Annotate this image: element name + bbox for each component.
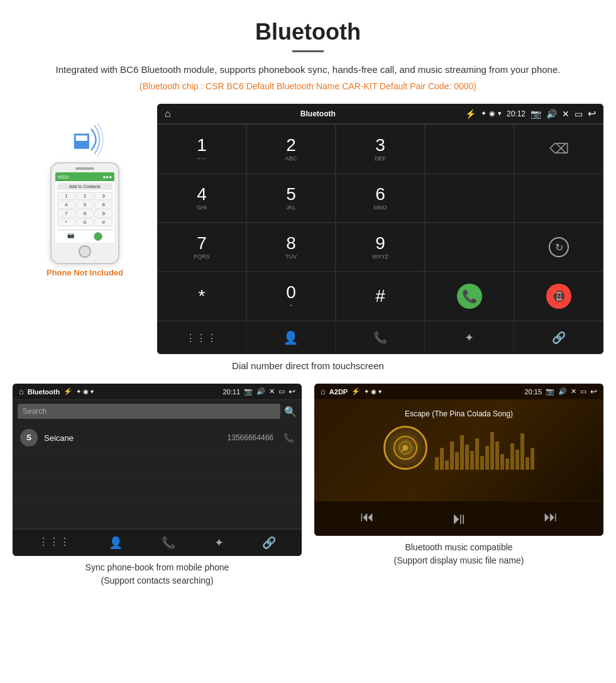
dial-key-star[interactable]: *	[157, 272, 246, 321]
call-button-icon: 📞	[457, 284, 482, 309]
phone-key-3: 3	[94, 192, 113, 200]
dial-backspace[interactable]: ⌫	[514, 125, 603, 174]
contact-call-icon[interactable]: 📞	[283, 433, 294, 443]
music-main: ♪	[383, 426, 534, 470]
pb-nav-bt[interactable]: ✦	[214, 536, 224, 550]
dial-key-8[interactable]: 8 TUV	[246, 223, 336, 272]
phone-key-0: 0	[76, 218, 94, 226]
music-home-icon: ⌂	[321, 387, 326, 396]
phone-screen: Add to Contacts 1 2 3 4 5 6 7 8 9 * 0 # …	[55, 181, 114, 243]
search-input[interactable]: Search	[18, 404, 280, 419]
nav-calls[interactable]: 📞	[336, 321, 425, 354]
phone-key-8: 8	[76, 209, 94, 218]
dial-key-5[interactable]: 5 JKL	[246, 174, 336, 223]
phonebook-status-bar: ⌂ Bluetooth ⚡ ✦ ◉ ▾ 20:11 📷 🔊 ✕ ▭ ↩	[13, 384, 302, 400]
close-icon[interactable]: ✕	[562, 109, 569, 119]
music-vol-icon: 🔊	[558, 387, 567, 396]
phone-status-bar: M310●●●	[55, 172, 114, 181]
pb-back-icon: ↩	[289, 387, 295, 396]
contact-avatar: S	[20, 429, 38, 447]
pb-nav-user[interactable]: 👤	[109, 536, 123, 550]
pb-home-icon: ⌂	[19, 387, 24, 396]
home-icon[interactable]: ⌂	[165, 108, 171, 119]
dial-key-2[interactable]: 2 ABC	[246, 125, 336, 174]
dial-key-1[interactable]: 1 ∽∽	[157, 125, 246, 174]
phone-keypad: 1 2 3 4 5 6 7 8 9 * 0 #	[57, 192, 113, 226]
pb-usb-icon: ⚡	[63, 387, 72, 396]
dialpad-grid: 1 ∽∽ 2 ABC 3 DEF ⌫ 4 GHI 5 JKL	[157, 124, 603, 321]
phonebook-caption-line1: Sync phone-book from mobile phone	[85, 562, 229, 572]
dial-key-hash[interactable]: #	[336, 272, 425, 321]
back-icon[interactable]: ↩	[588, 108, 596, 119]
dialpad-time: 20:12	[507, 109, 525, 118]
music-status-bar: ⌂ A2DP ⚡ ✦ ◉ ▾ 20:15 📷 🔊 ✕ ▭ ↩	[314, 384, 603, 400]
music-screen-wrap: ⌂ A2DP ⚡ ✦ ◉ ▾ 20:15 📷 🔊 ✕ ▭ ↩ Escape (T…	[314, 384, 603, 587]
dial-key-9[interactable]: 9 WXYZ	[336, 223, 425, 272]
pb-close-icon: ✕	[269, 387, 275, 396]
contact-name: Seicane	[44, 433, 221, 443]
contact-row-empty-1	[13, 453, 302, 479]
dial-key-7[interactable]: 7 PQRS	[157, 223, 246, 272]
nav-settings[interactable]: 🔗	[514, 321, 603, 354]
nav-contacts[interactable]: 👤	[246, 321, 336, 354]
pb-nav-keypad[interactable]: ⋮⋮⋮	[38, 536, 70, 550]
phone-key-6: 6	[94, 201, 113, 209]
phonebook-caption-line2: (Support contacts searching)	[101, 575, 214, 586]
wifi-icon: ▾	[498, 109, 502, 118]
music-usb-icon: ⚡	[351, 387, 360, 396]
bluetooth-specs: (Bluetooth chip : CSR BC6 Default Blueto…	[38, 81, 578, 91]
dial-cell-empty-3	[514, 174, 603, 223]
contact-row-empty-2	[13, 479, 302, 504]
pb-time: 20:11	[223, 388, 240, 396]
phonebook-title: Bluetooth	[28, 388, 60, 396]
phone-key-1: 1	[57, 192, 75, 200]
end-call-icon: 📵	[546, 284, 571, 309]
nav-bluetooth[interactable]: ✦	[425, 321, 514, 354]
music-caption-line1: Bluetooth music compatible	[405, 542, 512, 552]
next-track-btn[interactable]: ⏭	[544, 509, 558, 528]
volume-icon[interactable]: 🔊	[546, 109, 557, 119]
phone-key-9: 9	[94, 209, 113, 218]
prev-track-btn[interactable]: ⏮	[360, 509, 374, 528]
dial-redial[interactable]: ↻	[514, 223, 603, 272]
nav-keypad[interactable]: ⋮⋮⋮	[157, 321, 246, 354]
bottom-screens: ⌂ Bluetooth ⚡ ✦ ◉ ▾ 20:11 📷 🔊 ✕ ▭ ↩ Sear…	[0, 377, 616, 594]
camera-icon[interactable]: 📷	[531, 109, 541, 119]
title-divider	[292, 50, 324, 52]
dialpad-title: Bluetooth	[176, 109, 460, 118]
phone-bottom-bar: 📷	[57, 230, 113, 241]
song-title: Escape (The Pina Colada Song)	[405, 409, 513, 418]
bluetooth-signal-icon: ⬓	[66, 123, 104, 157]
phonebook-screen-wrap: ⌂ Bluetooth ⚡ ✦ ◉ ▾ 20:11 📷 🔊 ✕ ▭ ↩ Sear…	[13, 384, 302, 587]
music-content: Escape (The Pina Colada Song) ♪	[314, 400, 603, 501]
contacts-list: S Seicane 13566664466 📞	[13, 423, 302, 529]
dial-call-btn[interactable]: 📞	[425, 272, 514, 321]
dial-key-0[interactable]: 0 +	[246, 272, 336, 321]
phone-illustration: M310●●● Add to Contacts 1 2 3 4 5 6 7 8 …	[50, 162, 119, 264]
contact-row[interactable]: S Seicane 13566664466 📞	[13, 423, 302, 453]
dial-cell-empty-4	[425, 223, 514, 272]
pb-camera-icon: 📷	[244, 387, 253, 396]
music-win-icon: ▭	[580, 387, 586, 396]
music-close-icon: ✕	[571, 387, 576, 396]
dial-end-btn[interactable]: 📵	[514, 272, 603, 321]
dial-key-6[interactable]: 6 MNO	[336, 174, 425, 223]
phone-area: ⬓ M310●●● Add to Contacts 1 2 3 4	[13, 104, 157, 277]
music-screen: ⌂ A2DP ⚡ ✦ ◉ ▾ 20:15 📷 🔊 ✕ ▭ ↩ Escape (T…	[314, 384, 603, 536]
bluetooth-status-icon: ✦	[481, 109, 487, 118]
window-icon[interactable]: ▭	[575, 109, 583, 119]
phone-key-2: 2	[76, 192, 94, 200]
pb-nav-link[interactable]: 🔗	[262, 536, 276, 550]
pb-nav-call[interactable]: 📞	[162, 536, 175, 550]
dial-key-3[interactable]: 3 DEF	[336, 125, 425, 174]
search-icon[interactable]: 🔍	[284, 406, 297, 418]
phone-key-4: 4	[57, 201, 75, 209]
phonebook-screen: ⌂ Bluetooth ⚡ ✦ ◉ ▾ 20:11 📷 🔊 ✕ ▭ ↩ Sear…	[13, 384, 302, 556]
play-pause-btn[interactable]: ⏯	[451, 509, 467, 528]
redial-icon: ↻	[549, 237, 569, 257]
pb-vol-icon: 🔊	[256, 387, 265, 396]
dial-key-4[interactable]: 4 GHI	[157, 174, 246, 223]
phone-call-btn	[94, 232, 102, 241]
svg-text:♪: ♪	[400, 443, 405, 453]
usb-icon: ⚡	[465, 109, 476, 119]
